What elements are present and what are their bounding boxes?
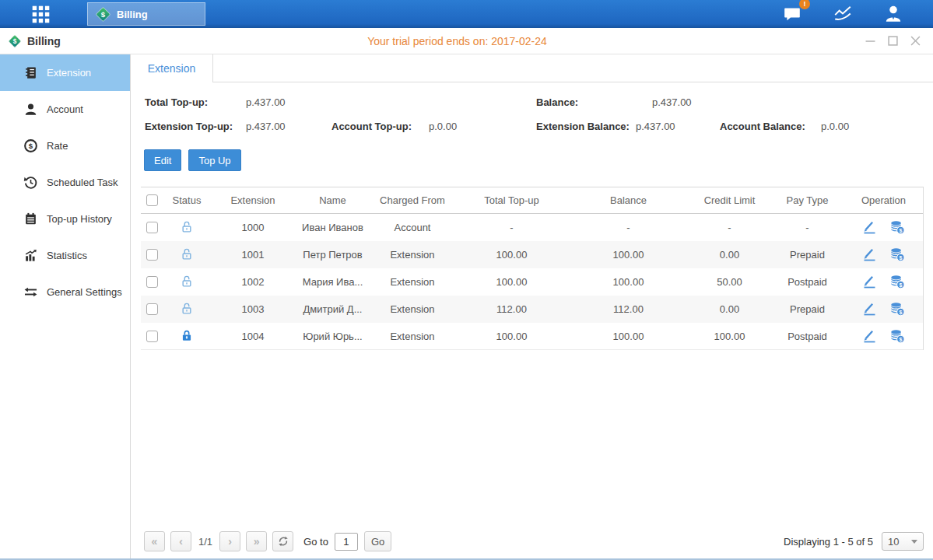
close-icon <box>910 36 921 46</box>
sidebar-item-statistics[interactable]: Statistics <box>0 237 130 274</box>
edit-row-button[interactable] <box>861 274 878 290</box>
pay-type-cell: Postpaid <box>770 276 844 288</box>
trial-notice: Your trial period ends on: 2017-02-24 <box>367 35 547 47</box>
sidebar-item-rate[interactable]: $ Rate <box>0 128 130 164</box>
edit-row-button[interactable] <box>861 328 878 345</box>
col-operation: Operation <box>844 194 923 206</box>
rate-icon: $ <box>23 138 38 153</box>
row-checkbox[interactable] <box>146 331 158 342</box>
messages-button[interactable]: ! <box>777 3 807 25</box>
page-size-select[interactable]: 10 <box>882 532 924 551</box>
top-up-button[interactable]: Top Up <box>188 149 240 171</box>
prev-page-button[interactable]: ‹ <box>170 531 191 551</box>
first-page-button[interactable]: « <box>144 531 165 551</box>
balance-cell: 100.00 <box>568 331 689 342</box>
total-topup-cell: - <box>455 222 568 233</box>
account-topup-value: p.0.00 <box>429 121 457 132</box>
sidebar-item-extension[interactable]: Extension <box>0 54 130 91</box>
status-unlocked-icon[interactable] <box>179 219 195 235</box>
monitor-button[interactable] <box>828 3 858 25</box>
sidebar-item-account[interactable]: Account <box>0 91 130 128</box>
extensions-table: Status Extension Name Charged From Total… <box>141 187 924 350</box>
refresh-button[interactable] <box>272 531 293 551</box>
total-topup-cell: 100.00 <box>455 276 568 288</box>
sidebar-item-topup-history[interactable]: Top-up History <box>0 201 130 237</box>
sidebar-item-scheduled-task[interactable]: Scheduled Task <box>0 164 130 201</box>
sidebar-item-label: General Settings <box>47 286 122 298</box>
name-cell: Иван Иванов <box>296 222 370 233</box>
balance-cell: - <box>568 222 689 233</box>
row-checkbox[interactable] <box>146 249 158 261</box>
balance-cell: 100.00 <box>568 249 689 261</box>
topup-row-button[interactable]: $ <box>889 219 906 236</box>
row-checkbox[interactable] <box>146 222 158 233</box>
charged-from-cell: Extension <box>370 331 455 342</box>
status-unlocked-icon[interactable] <box>179 274 195 289</box>
status-cell <box>163 274 210 289</box>
total-topup-label: Total Top-up: <box>145 96 246 108</box>
maximize-icon <box>888 36 898 46</box>
status-unlocked-icon[interactable] <box>179 301 195 317</box>
sidebar-item-label: Account <box>47 103 83 115</box>
chart-icon <box>831 4 854 24</box>
svg-text:$: $ <box>101 10 106 19</box>
taskbar-tab-billing[interactable]: $ Billing <box>87 2 205 26</box>
close-button[interactable] <box>910 36 921 47</box>
name-cell: Мария Ива... <box>296 276 370 288</box>
status-unlocked-icon[interactable] <box>179 247 195 262</box>
user-button[interactable] <box>879 3 908 25</box>
sidebar-item-label: Scheduled Task <box>47 177 118 188</box>
row-checkbox[interactable] <box>146 303 158 315</box>
grid-icon <box>30 4 51 25</box>
page-indicator: 1/1 <box>198 536 212 548</box>
caret-down-icon <box>911 540 917 544</box>
statistics-icon <box>23 248 38 263</box>
last-page-button[interactable]: » <box>246 531 267 551</box>
status-cell <box>163 328 210 344</box>
charged-from-cell: Extension <box>370 249 455 261</box>
topup-row-button[interactable]: $ <box>889 247 906 263</box>
goto-page-input[interactable] <box>335 533 358 551</box>
pay-type-cell: Prepaid <box>770 249 844 261</box>
checkbox-cell <box>141 222 163 233</box>
svg-text:$: $ <box>29 142 33 150</box>
svg-text:$: $ <box>899 227 902 233</box>
edit-button[interactable]: Edit <box>144 149 181 171</box>
col-extension: Extension <box>210 194 296 206</box>
extension-topup-value: p.437.00 <box>246 121 331 132</box>
topup-row-button[interactable]: $ <box>889 274 906 290</box>
go-button[interactable]: Go <box>364 531 391 551</box>
row-checkbox[interactable] <box>146 276 158 288</box>
edit-row-button[interactable] <box>861 301 878 317</box>
edit-row-button[interactable] <box>861 247 878 263</box>
svg-text:$: $ <box>899 254 902 261</box>
page-size-value: 10 <box>888 536 899 548</box>
maximize-button[interactable] <box>887 36 898 47</box>
checkbox-cell <box>141 276 163 288</box>
charged-from-cell: Extension <box>370 276 455 288</box>
total-topup-cell: 112.00 <box>455 303 568 315</box>
extension-topup-label: Extension Top-up: <box>145 121 246 132</box>
extension-cell: 1004 <box>210 331 296 342</box>
app-launcher-button[interactable] <box>26 2 55 26</box>
select-all-checkbox[interactable] <box>146 194 158 206</box>
account-balance-value: p.0.00 <box>821 121 849 132</box>
operation-cell: $ <box>844 328 923 345</box>
topup-row-button[interactable]: $ <box>889 328 906 345</box>
status-cell <box>163 301 210 317</box>
extension-cell: 1000 <box>210 222 296 233</box>
status-cell <box>163 219 210 235</box>
topup-history-icon <box>23 212 38 226</box>
goto-label: Go to <box>303 536 328 548</box>
checkbox-cell <box>141 303 163 315</box>
next-page-button[interactable]: › <box>219 531 240 551</box>
topup-row-button[interactable]: $ <box>889 301 906 317</box>
extension-cell: 1003 <box>210 303 296 315</box>
billing-window-icon: $ <box>8 34 22 48</box>
name-cell: Дмитрий Д... <box>296 303 370 315</box>
sidebar-item-general-settings[interactable]: General Settings <box>0 274 130 310</box>
status-locked-icon[interactable] <box>179 328 195 344</box>
edit-row-button[interactable] <box>861 219 878 236</box>
minimize-button[interactable] <box>865 36 875 47</box>
tab-extension[interactable]: Extension <box>131 54 213 82</box>
